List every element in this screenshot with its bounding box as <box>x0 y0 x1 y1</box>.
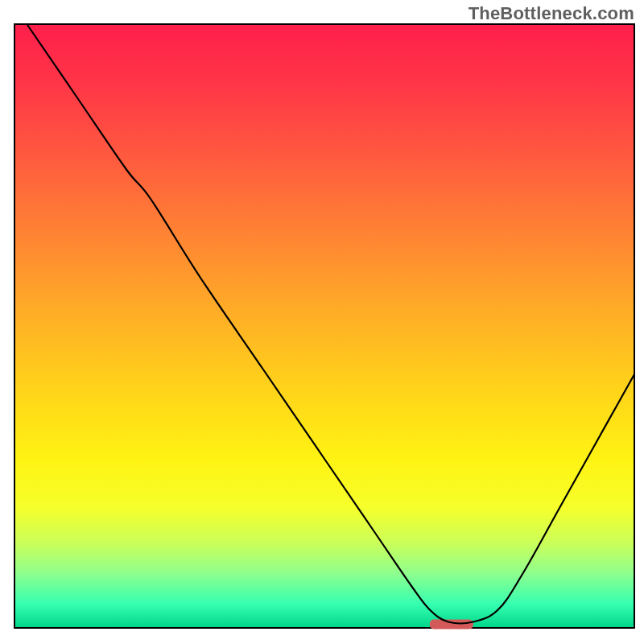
optimal-marker <box>430 620 473 630</box>
gradient-background <box>14 24 634 628</box>
chart-container: TheBottleneck.com <box>0 0 644 644</box>
watermark-label: TheBottleneck.com <box>469 3 634 24</box>
bottleneck-chart <box>0 0 644 644</box>
